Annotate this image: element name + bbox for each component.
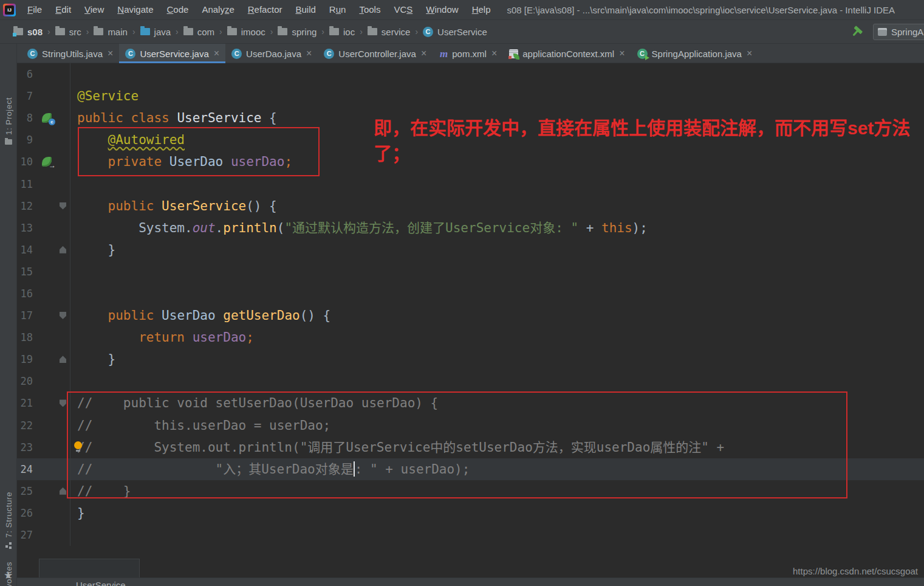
- tab-usercontroller-java[interactable]: CUserController.java×: [318, 44, 433, 63]
- close-icon[interactable]: ×: [747, 49, 752, 58]
- line-number: 26: [17, 507, 38, 519]
- code-text: System.out.println("通过默认构造方法，创建了UserServ…: [70, 217, 648, 239]
- chevron-right-icon: ›: [176, 27, 179, 36]
- close-icon[interactable]: ×: [108, 49, 113, 58]
- intellij-logo-icon: [3, 4, 16, 16]
- line-number: 14: [17, 244, 38, 256]
- code-line-21[interactable]: 21// public void setUserDao(UserDao user…: [17, 392, 924, 414]
- code-line-23[interactable]: 23// System.out.println("调用了UserService中…: [17, 436, 924, 458]
- tab-stringutils-java[interactable]: CStringUtils.java×: [21, 44, 119, 63]
- code-text: return userDao;: [70, 326, 254, 348]
- breadcrumb-item-spring[interactable]: spring: [278, 27, 317, 37]
- fold-up-icon[interactable]: [60, 356, 66, 363]
- menu-vcs[interactable]: VCS: [387, 0, 419, 19]
- menu-help[interactable]: Help: [465, 0, 498, 19]
- breadcrumb-item-main[interactable]: main: [94, 27, 128, 37]
- fold-down-icon[interactable]: [60, 312, 66, 319]
- code-line-10[interactable]: 10→ private UserDao userDao;: [17, 151, 924, 173]
- code-line-25[interactable]: 25// }: [17, 480, 924, 502]
- code-line-8[interactable]: 8cpublic class UserService {: [17, 107, 924, 129]
- close-icon[interactable]: ×: [306, 49, 312, 58]
- breadcrumb-item-userservice[interactable]: CUserService: [423, 27, 487, 37]
- editor-tab-bar: CStringUtils.java×CUserService.java×CUse…: [17, 44, 924, 63]
- fold-down-icon[interactable]: [60, 399, 66, 407]
- breadcrumb-item-src[interactable]: src: [55, 27, 81, 37]
- run-configuration-select[interactable]: SpringA: [873, 24, 924, 40]
- menu-view[interactable]: View: [78, 0, 111, 19]
- breadcrumb-item-ioc[interactable]: ioc: [329, 27, 355, 37]
- menu-window[interactable]: Window: [419, 0, 465, 19]
- chevron-right-icon: ›: [270, 27, 273, 36]
- code-line-12[interactable]: 12 public UserService() {: [17, 195, 924, 217]
- breadcrumb-item-imooc[interactable]: imooc: [227, 27, 265, 37]
- app-config-icon: [878, 28, 887, 36]
- menu-build[interactable]: Build: [289, 0, 322, 19]
- tab-userservice-java[interactable]: CUserService.java×: [119, 44, 225, 63]
- tab-applicationcontext-xml[interactable]: applicationContext.xml×: [503, 44, 631, 63]
- menu-file[interactable]: File: [21, 0, 49, 19]
- favorites-corner-star-icon[interactable]: ★: [4, 569, 13, 582]
- code-line-27[interactable]: 27: [17, 524, 924, 546]
- menu-edit[interactable]: Edit: [49, 0, 78, 19]
- code-line-15[interactable]: 15: [17, 261, 924, 283]
- code-text: @Service: [70, 85, 139, 107]
- code-text: }: [70, 348, 115, 370]
- line-number: 7: [17, 90, 38, 102]
- tab-springapplication-java[interactable]: CSpringApplication.java×: [631, 44, 759, 63]
- close-icon[interactable]: ×: [421, 49, 426, 58]
- close-icon[interactable]: ×: [491, 49, 497, 58]
- menu-refactor[interactable]: Refactor: [241, 0, 289, 19]
- code-editor[interactable]: 67@Service8cpublic class UserService {9 …: [17, 63, 924, 577]
- breadcrumb-item-service[interactable]: service: [368, 27, 411, 37]
- close-icon[interactable]: ×: [619, 49, 625, 58]
- source-folder-icon: [140, 28, 150, 35]
- code-text: public UserService() {: [70, 195, 277, 217]
- folder-icon: [368, 28, 377, 35]
- fold-up-icon[interactable]: [60, 488, 66, 495]
- code-line-11[interactable]: 11: [17, 173, 924, 195]
- code-text: private UserDao userDao;: [70, 151, 292, 173]
- menu-code[interactable]: Code: [160, 0, 196, 19]
- menu-tools[interactable]: Tools: [352, 0, 387, 19]
- code-line-16[interactable]: 16: [17, 283, 924, 305]
- line-number: 23: [17, 441, 38, 453]
- breadcrumb-item-s08[interactable]: s08: [13, 27, 43, 37]
- chevron-right-icon: ›: [86, 27, 89, 36]
- tool-button-project[interactable]: 1: Project: [0, 97, 17, 145]
- fold-down-icon[interactable]: [60, 202, 66, 210]
- code-line-9[interactable]: 9 @Autowired: [17, 129, 924, 151]
- code-line-24[interactable]: 24// "入；其UserDao对象是: " + userDao);: [17, 458, 924, 480]
- code-line-17[interactable]: 17 public UserDao getUserDao() {: [17, 305, 924, 326]
- code-line-20[interactable]: 20: [17, 370, 924, 392]
- tab-userdao-java[interactable]: CUserDao.java×: [225, 44, 318, 63]
- tab-pom-xml[interactable]: mpom.xml×: [433, 44, 503, 63]
- project-folder-icon: [13, 28, 23, 35]
- spring-bean-icon[interactable]: c: [42, 113, 52, 123]
- code-line-22[interactable]: 22// this.userDao = userDao;: [17, 415, 924, 436]
- code-line-14[interactable]: 14 }: [17, 239, 924, 261]
- menu-analyze[interactable]: Analyze: [195, 0, 241, 19]
- code-text: // "入；其UserDao对象是: " + userDao);: [70, 458, 470, 480]
- code-line-18[interactable]: 18 return userDao;: [17, 326, 924, 348]
- bottom-breadcrumb[interactable]: UserService: [76, 580, 126, 586]
- class-icon: C: [423, 27, 433, 37]
- fold-up-icon[interactable]: [60, 246, 66, 253]
- chevron-right-icon: ›: [47, 27, 50, 36]
- project-stripe-label: 1: Project: [4, 97, 13, 135]
- code-text: // System.out.println("调用了UserService中的s…: [70, 436, 724, 458]
- code-line-13[interactable]: 13 System.out.println("通过默认构造方法，创建了UserS…: [17, 217, 924, 239]
- menu-run[interactable]: Run: [323, 0, 353, 19]
- tool-button-structure[interactable]: 7: Structure: [0, 492, 17, 549]
- code-line-6[interactable]: 6: [17, 63, 924, 85]
- code-line-19[interactable]: 19 }: [17, 348, 924, 370]
- autowired-icon[interactable]: →: [42, 157, 52, 167]
- code-line-26[interactable]: 26}: [17, 502, 924, 524]
- menu-navigate[interactable]: Navigate: [111, 0, 160, 19]
- breadcrumb-item-com[interactable]: com: [183, 27, 214, 37]
- breadcrumb-item-java[interactable]: java: [140, 27, 171, 37]
- code-text: // this.userDao = userDao;: [70, 415, 330, 436]
- code-line-7[interactable]: 7@Service: [17, 85, 924, 107]
- build-hammer-icon[interactable]: [850, 24, 864, 41]
- close-icon[interactable]: ×: [214, 49, 219, 58]
- intention-bulb-icon[interactable]: [74, 441, 82, 449]
